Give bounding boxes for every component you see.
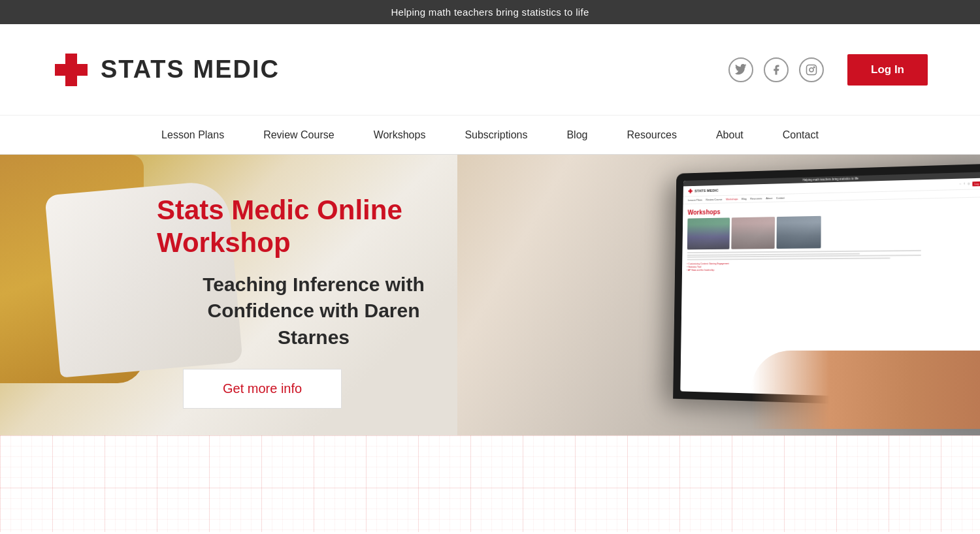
svg-point-3 bbox=[809, 68, 813, 72]
logo-text: STATS MEDIC bbox=[101, 55, 280, 84]
top-banner: Helping math teachers bring statistics t… bbox=[0, 0, 980, 24]
login-button[interactable]: Log In bbox=[847, 54, 928, 86]
logo[interactable]: STATS MEDIC bbox=[52, 51, 280, 89]
laptop-login: Log In bbox=[972, 181, 980, 186]
laptop-bullets: • Customizing Content: Gaining Engagemen… bbox=[687, 260, 980, 271]
laptop-nav-contact: Contact bbox=[776, 196, 785, 200]
hero-title: Stats Medic Online Workshop bbox=[157, 194, 470, 260]
nav-blog[interactable]: Blog bbox=[547, 116, 607, 154]
hero-section: Helping math teachers bring statistics t… bbox=[0, 155, 980, 435]
twitter-link[interactable] bbox=[728, 57, 753, 82]
logo-cross-icon bbox=[52, 51, 90, 89]
hero-subtitle-line1: Teaching Inference with bbox=[203, 274, 425, 295]
banner-text: Helping math teachers bring statistics t… bbox=[391, 7, 589, 18]
facebook-icon bbox=[770, 64, 782, 76]
hero-subtitle-line2: Confidence with Daren bbox=[207, 300, 419, 321]
laptop-img-1 bbox=[687, 217, 730, 249]
laptop-img-2 bbox=[731, 217, 775, 249]
laptop-nav-about: About bbox=[766, 196, 772, 200]
hero-content: Stats Medic Online Workshop Teaching Inf… bbox=[157, 194, 470, 409]
nav-subscriptions[interactable]: Subscriptions bbox=[445, 116, 547, 154]
header-right: Log In bbox=[728, 54, 928, 86]
hero-laptop: Helping math teachers bring statistics t… bbox=[666, 168, 980, 429]
laptop-hand bbox=[751, 351, 980, 429]
graph-paper-section bbox=[0, 435, 980, 532]
svg-rect-2 bbox=[807, 65, 817, 74]
laptop-nav-lesson: Lesson Plans bbox=[688, 198, 702, 202]
laptop-images bbox=[687, 213, 980, 249]
laptop-nav-workshops: Workshops bbox=[726, 197, 738, 200]
main-nav: Lesson Plans Review Course Workshops Sub… bbox=[0, 116, 980, 155]
instagram-icon bbox=[806, 64, 817, 76]
get-more-info-button[interactable]: Get more info bbox=[183, 369, 342, 409]
facebook-link[interactable] bbox=[764, 57, 789, 82]
nav-workshops[interactable]: Workshops bbox=[354, 116, 446, 154]
laptop-content: Workshops bbox=[682, 197, 980, 274]
header: STATS MEDIC Log In bbox=[0, 24, 980, 116]
hero-subtitle: Teaching Inference with Confidence with … bbox=[157, 272, 470, 351]
laptop-nav-blog: Blog bbox=[742, 197, 747, 200]
laptop-text-lines bbox=[687, 249, 980, 260]
nav-resources[interactable]: Resources bbox=[607, 116, 696, 154]
svg-rect-1 bbox=[55, 64, 88, 76]
nav-contact[interactable]: Contact bbox=[763, 116, 838, 154]
twitter-icon bbox=[735, 64, 747, 76]
hero-subtitle-line3: Starnes bbox=[278, 326, 350, 348]
laptop-img-3 bbox=[776, 216, 821, 249]
svg-rect-6 bbox=[689, 190, 693, 192]
instagram-link[interactable] bbox=[799, 57, 824, 82]
nav-about[interactable]: About bbox=[696, 116, 763, 154]
nav-review-course[interactable]: Review Course bbox=[244, 116, 353, 154]
laptop-logo: STATS MEDIC bbox=[688, 188, 719, 194]
nav-lesson-plans[interactable]: Lesson Plans bbox=[142, 116, 244, 154]
laptop-nav-resources: Resources bbox=[750, 196, 762, 200]
laptop-nav-review: Review Course bbox=[706, 198, 722, 201]
graph-paper-bg bbox=[0, 435, 980, 532]
laptop-logo-text: STATS MEDIC bbox=[694, 189, 719, 193]
svg-point-4 bbox=[813, 67, 815, 68]
